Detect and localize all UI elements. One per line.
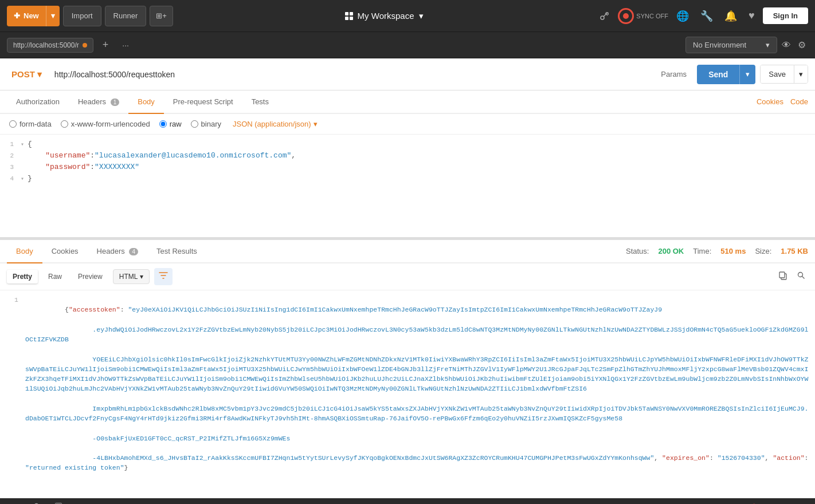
send-dropdown-button[interactable]: ▾ <box>739 65 755 84</box>
cookies-link[interactable]: Cookies <box>757 97 783 106</box>
sync-area: SYNC OFF <box>618 8 668 24</box>
nav-right-area: SYNC OFF 🌐 🔧 🔔 ♥ Sign In <box>595 6 808 26</box>
resp-tab-body[interactable]: Body <box>7 240 42 263</box>
json-type-dropdown[interactable]: JSON (application/json) ▾ <box>233 120 318 128</box>
code-link[interactable]: Code <box>790 97 808 106</box>
body-options: form-data x-www-form-urlencoded raw bina… <box>0 114 815 135</box>
response-section: Body Cookies Headers 4 Test Results Stat… <box>0 240 815 498</box>
builder-button[interactable]: ⊞+ <box>150 6 173 26</box>
satellite-icon-btn[interactable] <box>595 7 613 25</box>
env-settings-button[interactable]: ⚙ <box>796 37 808 53</box>
workspace-chevron-icon: ▾ <box>419 11 424 21</box>
save-dropdown-button[interactable]: ▾ <box>794 65 808 83</box>
search-status-button[interactable] <box>30 501 45 504</box>
keyboard-status-button[interactable]: ⌨ <box>790 501 808 505</box>
raw-radio[interactable] <box>159 120 167 128</box>
form-data-option[interactable]: form-data <box>9 120 52 128</box>
wrench-icon-btn[interactable]: 🔧 <box>697 6 716 26</box>
form-data-radio[interactable] <box>9 120 17 128</box>
bell-icon-btn[interactable]: 🔔 <box>721 6 740 26</box>
send-button-group: Send ▾ <box>697 65 755 84</box>
env-label: No Environment <box>693 41 746 49</box>
tab-body[interactable]: Body <box>128 90 164 114</box>
active-tab[interactable]: http://localhost:5000/r <box>7 38 93 53</box>
columns-status-button[interactable]: ⊞ <box>769 501 783 505</box>
url-input[interactable] <box>51 66 651 82</box>
resp-tab-cookies[interactable]: Cookies <box>42 240 88 263</box>
format-dropdown[interactable]: HTML ▾ <box>113 269 150 284</box>
resp-tab-test-results[interactable]: Test Results <box>147 240 206 263</box>
filter-icon-button[interactable] <box>154 268 173 285</box>
time-value: 510 ms <box>720 247 746 255</box>
sign-in-button[interactable]: Sign In <box>763 7 808 24</box>
tab-prerequest[interactable]: Pre-request Script <box>164 90 242 114</box>
code-line-4: 4 ▾ } <box>0 174 815 185</box>
environment-selector: No Environment ▾ 👁 ⚙ <box>685 37 808 53</box>
method-label: POST <box>11 69 35 79</box>
panel-toggle-button[interactable] <box>7 501 23 505</box>
pretty-button[interactable]: Pretty <box>7 270 38 284</box>
plus-icon: ✚ <box>14 11 20 20</box>
request-tabs-bar: Authorization Headers 1 Body Pre-request… <box>0 90 815 114</box>
urlencoded-radio[interactable] <box>61 120 68 128</box>
workspace-selector[interactable]: My Workspace ▾ <box>338 7 430 25</box>
globe-icon-btn[interactable]: 🌐 <box>673 6 692 26</box>
heart-icon-btn[interactable]: ♥ <box>745 6 758 25</box>
response-right-actions <box>776 269 808 285</box>
upper-section: POST ▾ Params Send ▾ Save ▾ Authorizatio… <box>0 58 815 240</box>
copy-response-button[interactable] <box>776 269 790 285</box>
urlencoded-option[interactable]: x-www-form-urlencoded <box>61 120 150 128</box>
tab-add-button[interactable]: + <box>98 37 113 53</box>
resp-tab-headers[interactable]: Headers 4 <box>88 240 147 263</box>
binary-option[interactable]: binary <box>191 120 221 128</box>
tab-authorization[interactable]: Authorization <box>7 90 69 114</box>
tab-headers[interactable]: Headers 1 <box>69 90 128 114</box>
runner-button[interactable]: Runner <box>105 6 147 26</box>
send-button[interactable]: Send <box>697 65 739 84</box>
format-chevron-icon: ▾ <box>140 273 143 281</box>
tab-right-links: Cookies Code <box>757 97 808 106</box>
location-status-button[interactable]: 📍 <box>746 501 762 505</box>
tab-tests[interactable]: Tests <box>242 90 278 114</box>
svg-rect-6 <box>779 272 785 278</box>
search-response-button[interactable] <box>794 269 808 285</box>
main-content: POST ▾ Params Send ▾ Save ▾ Authorizatio… <box>0 58 815 498</box>
preview-button[interactable]: Preview <box>72 270 108 284</box>
url-bar-section: http://localhost:5000/r + ··· No Environ… <box>0 32 815 58</box>
raw-option[interactable]: raw <box>159 120 182 128</box>
code-line-3: 3 "password":"XXXXXXXX" <box>0 162 815 174</box>
new-button-main[interactable]: ✚ New <box>7 6 46 26</box>
workspace-label: My Workspace <box>358 11 414 21</box>
code-editor[interactable]: 1 ▾ { 2 "username":"lucasalexander@lucas… <box>0 135 815 238</box>
raw-button[interactable]: Raw <box>42 270 68 284</box>
code-line-2: 2 "username":"lucasalexander@lucasdemo10… <box>0 151 815 162</box>
import-button[interactable]: Import <box>63 6 101 26</box>
env-dropdown[interactable]: No Environment ▾ <box>685 37 777 53</box>
svg-line-8 <box>802 277 805 279</box>
doc-status-button[interactable] <box>52 501 65 505</box>
response-tabs-bar: Body Cookies Headers 4 Test Results Stat… <box>0 240 815 263</box>
response-body[interactable]: 1 {"accesstoken": "eyJ0eXAiOiJKV1QiLCJhb… <box>0 290 815 498</box>
sync-status-icon <box>618 8 634 24</box>
new-button-arrow[interactable]: ▾ <box>46 6 60 26</box>
top-navigation: ✚ New ▾ Import Runner ⊞+ My Workspace ▾ <box>0 0 815 32</box>
tab-more-button[interactable]: ··· <box>117 38 134 52</box>
binary-radio[interactable] <box>191 120 198 128</box>
size-label: Size: <box>755 247 771 255</box>
env-eye-button[interactable]: 👁 <box>779 37 793 53</box>
params-button[interactable]: Params <box>655 66 692 82</box>
status-code: 200 OK <box>658 247 684 255</box>
env-chevron-icon: ▾ <box>766 41 770 49</box>
resp-body-content: {"accesstoken": "eyJ0eXAiOiJKV1QiLCJhbGc… <box>25 295 810 483</box>
save-button[interactable]: Save <box>761 65 794 83</box>
method-selector[interactable]: POST ▾ <box>7 66 46 83</box>
time-label: Time: <box>693 247 711 255</box>
new-button[interactable]: ✚ New ▾ <box>7 6 60 26</box>
save-button-group: Save ▾ <box>760 65 808 84</box>
response-stats: Status: 200 OK Time: 510 ms Size: 1.75 K… <box>626 247 808 255</box>
headers-badge: 1 <box>111 99 120 106</box>
grid-icon <box>345 12 353 20</box>
tab-unsaved-dot <box>83 43 87 48</box>
new-label: New <box>23 11 39 20</box>
builder-icon: ⊞+ <box>156 11 167 20</box>
